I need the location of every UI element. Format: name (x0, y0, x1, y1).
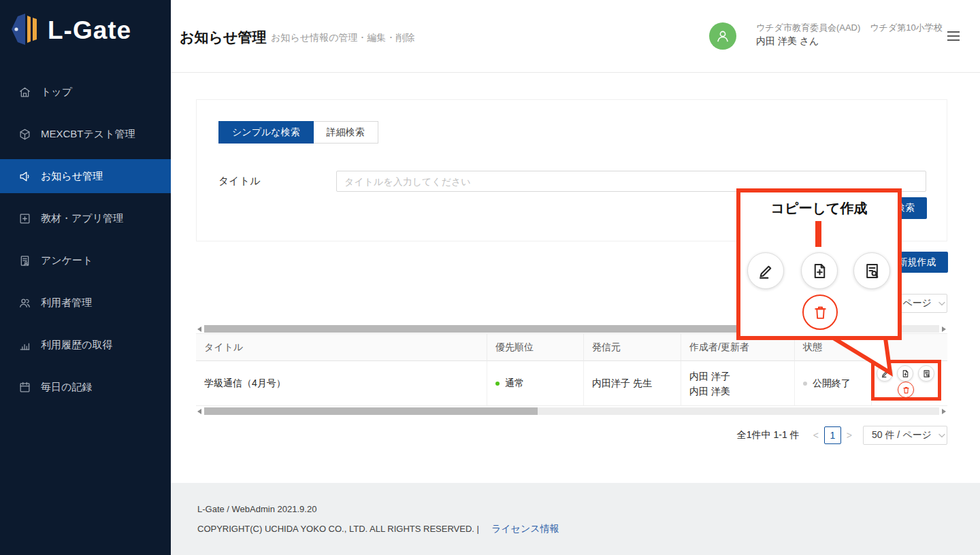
sidebar: L-Gate トップ MEXCBTテスト管理 お知らせ管理 教材・アプリ管理 (0, 0, 171, 555)
cube-icon (18, 128, 31, 141)
organization-name: ウチダ市教育委員会(AAD) (756, 22, 860, 33)
sidebar-item-announcements[interactable]: お知らせ管理 (0, 159, 171, 193)
sidebar-item-materials[interactable]: 教材・アプリ管理 (0, 201, 171, 235)
cell-title: 学級通信（4月号） (196, 361, 487, 406)
callout-preview-button (853, 252, 890, 289)
sidebar-item-daily-record[interactable]: 毎日の記録 (0, 370, 171, 404)
sidebar-item-label: 利用履歴の取得 (41, 339, 112, 352)
chevron-down-icon (938, 433, 945, 438)
page-number-button[interactable]: 1 (824, 426, 841, 444)
cell-priority: 通常 (487, 361, 584, 406)
bar-chart-icon (18, 339, 31, 352)
search-tabs: シンプルな検索 詳細検索 (218, 121, 378, 144)
footer-copyright: COPYRIGHT(C) UCHIDA YOKO CO., LTD. ALL R… (197, 523, 559, 535)
logo-mark-icon (11, 12, 41, 49)
page-title: お知らせ管理 (180, 28, 266, 47)
next-page-icon[interactable]: > (843, 430, 856, 441)
sidebar-item-usage-history[interactable]: 利用履歴の取得 (0, 328, 171, 362)
footer: L-Gate / WebAdmin 2021.9.20 COPYRIGHT(C)… (171, 483, 980, 555)
prev-page-icon[interactable]: < (809, 430, 823, 441)
document-search-icon (863, 262, 881, 280)
plus-square-icon (18, 212, 31, 225)
avatar (709, 22, 736, 50)
app-logo: L-Gate (11, 12, 131, 49)
document-plus-icon (811, 262, 829, 280)
chevron-down-icon (938, 301, 945, 306)
scroll-right-icon[interactable] (942, 326, 946, 332)
calendar-icon (18, 381, 31, 394)
sidebar-item-label: 毎日の記録 (41, 381, 92, 394)
pagination: 全1件中 1-1 件 < 1 > 50 件 / ページ (737, 426, 947, 445)
sidebar-item-users[interactable]: 利用者管理 (0, 286, 171, 320)
page-subtitle: お知らせ情報の管理・編集・削除 (271, 32, 414, 44)
tab-simple-search[interactable]: シンプルな検索 (218, 121, 314, 144)
trash-icon (812, 304, 829, 321)
scroll-right-icon[interactable] (942, 409, 946, 414)
screen: L-Gate トップ MEXCBTテスト管理 お知らせ管理 教材・アプリ管理 (0, 0, 980, 555)
users-icon (18, 297, 31, 309)
column-header-title: タイトル (196, 334, 487, 361)
hamburger-menu-icon[interactable] (947, 31, 960, 44)
scrollbar-thumb[interactable] (204, 407, 538, 415)
pagination-summary: 全1件中 1-1 件 (737, 429, 800, 441)
table-scrollbar-bottom (196, 407, 947, 416)
sidebar-item-label: お知らせ管理 (41, 170, 103, 183)
megaphone-icon (18, 170, 31, 183)
sidebar-item-label: 利用者管理 (41, 297, 92, 309)
cell-creator: 内田 洋子 内田 洋美 (681, 361, 795, 406)
column-header-priority: 優先順位 (487, 334, 584, 361)
sidebar-item-label: トップ (41, 86, 72, 99)
scroll-left-icon[interactable] (197, 409, 201, 414)
logo-text: L-Gate (48, 16, 131, 45)
home-icon (18, 86, 31, 99)
user-name: 内田 洋美 さん (756, 35, 819, 48)
sidebar-item-mexcbt[interactable]: MEXCBTテスト管理 (0, 117, 171, 151)
school-name: ウチダ第10小学校 (870, 22, 942, 33)
page-size-value: 50 件 / ページ (872, 429, 932, 441)
callout-title: コピーして作成 (740, 199, 898, 218)
survey-icon (18, 254, 31, 267)
callout-copy-button (801, 252, 838, 289)
sidebar-item-survey[interactable]: アンケート (0, 243, 171, 278)
sidebar-item-label: アンケート (41, 254, 93, 267)
person-icon (715, 28, 731, 44)
scrollbar-thumb[interactable] (204, 325, 769, 333)
priority-dot (495, 382, 500, 386)
creator-name: 内田 洋子 (689, 369, 730, 384)
callout-edit-button (747, 252, 784, 289)
copy-create-callout: コピーして作成 (736, 188, 902, 340)
callout-pointer-bar (815, 221, 821, 247)
title-field-label: タイトル (218, 175, 260, 188)
header: お知らせ管理 お知らせ情報の管理・編集・削除 ウチダ市教育委員会(AAD)ウチダ… (171, 0, 980, 73)
sidebar-item-label: 教材・アプリ管理 (41, 212, 123, 225)
column-header-source: 発信元 (584, 334, 681, 361)
page-size-select[interactable]: 50 件 / ページ (863, 426, 947, 445)
license-info-link[interactable]: ライセンス情報 (491, 523, 559, 534)
cell-source: 内田洋子 先生 (584, 361, 681, 406)
footer-version: L-Gate / WebAdmin 2021.9.20 (197, 504, 316, 514)
sidebar-item-top[interactable]: トップ (0, 75, 171, 109)
status-dot (803, 382, 807, 386)
tab-advanced-search[interactable]: 詳細検索 (314, 121, 378, 144)
scroll-left-icon[interactable] (197, 326, 201, 332)
updater-name: 内田 洋美 (689, 384, 730, 399)
pencil-icon (757, 262, 775, 280)
callout-delete-button (802, 295, 838, 330)
user-organization: ウチダ市教育委員会(AAD)ウチダ第10小学校 (756, 22, 943, 34)
sidebar-item-label: MEXCBTテスト管理 (41, 128, 135, 141)
